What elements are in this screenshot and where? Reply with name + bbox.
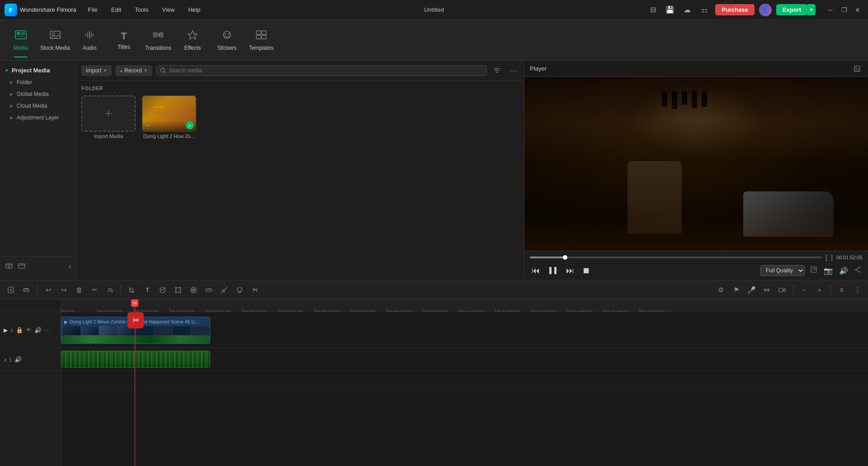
link-button[interactable] — [20, 284, 33, 296]
svg-marker-10 — [188, 31, 197, 39]
media-panel: Import ▼ ● Record ▼ — [77, 61, 524, 280]
import-button[interactable]: Import ▼ — [81, 65, 112, 76]
multi-cam-button[interactable] — [776, 284, 788, 296]
stabilize-icon — [205, 286, 212, 294]
toolbar: Media Stock Media Audio T Titles — [0, 20, 868, 61]
track-eye-button[interactable]: 👁 — [26, 327, 32, 333]
quality-select[interactable]: Full Quality 1/2 Quality 1/4 Quality — [760, 265, 805, 276]
menu-edit[interactable]: Edit — [108, 5, 124, 15]
more-options-button[interactable]: ⋯ — [507, 64, 519, 77]
delete-button[interactable]: 🗑 — [73, 284, 85, 296]
cloud-icon[interactable]: ☁ — [681, 4, 693, 16]
toolbar-audio[interactable]: Audio — [73, 22, 106, 58]
sidebar-project-media[interactable]: ▼ Project Media — [0, 64, 76, 76]
purchase-button[interactable]: Purchase — [715, 4, 755, 15]
settings-button[interactable]: ⚙ — [714, 284, 727, 296]
crop-icon — [128, 286, 136, 294]
minimize-button[interactable]: ─ — [825, 4, 836, 16]
toolbar-effects[interactable]: Effects — [176, 22, 209, 58]
video-clip-item[interactable]: ✓ 🎬 Dying Light 2 How Zo... — [142, 95, 196, 139]
search-box[interactable] — [156, 65, 487, 76]
add-track-icon — [7, 286, 14, 294]
progress-bar[interactable] — [530, 257, 822, 258]
playhead-head[interactable]: ✂ — [131, 300, 138, 307]
freeze-button[interactable] — [187, 284, 200, 296]
folder-button[interactable] — [16, 260, 27, 273]
text-button[interactable]: T — [141, 284, 154, 296]
toolbar-templates[interactable]: Templates — [245, 22, 278, 58]
stabilize-button[interactable] — [203, 284, 215, 296]
marker-button[interactable]: ⚑ — [730, 284, 742, 296]
audio-clip-timeline[interactable] — [61, 351, 210, 368]
video-clip-thumb[interactable]: ✓ 🎬 — [142, 95, 196, 132]
player-settings-button[interactable] — [852, 63, 863, 74]
sidebar-folder[interactable]: ▶ Folder — [0, 76, 76, 88]
cut-scene-button[interactable] — [218, 284, 231, 296]
redo-button[interactable]: ↪ — [57, 284, 70, 296]
menu-help[interactable]: Help — [185, 5, 203, 15]
filter-icon — [493, 67, 500, 74]
track-more-button[interactable]: ⋯ — [44, 327, 50, 333]
play-pause-button[interactable] — [546, 264, 560, 277]
add-track-button[interactable] — [5, 284, 17, 296]
more-timeline-button[interactable]: ⋮ — [851, 284, 863, 296]
record-button[interactable]: ● Record ▼ — [115, 65, 152, 76]
rewind-button[interactable]: ⏮ — [530, 264, 542, 277]
close-button[interactable]: ✕ — [852, 4, 863, 16]
cut-button[interactable]: ✂ — [88, 284, 101, 296]
more-player-button[interactable] — [854, 265, 863, 276]
undo-button[interactable]: ↩ — [42, 284, 55, 296]
toolbar-stock-media[interactable]: Stock Media — [39, 22, 71, 58]
mark-in-bracket[interactable]: [ — [826, 254, 827, 261]
zoom-out-button[interactable]: − — [798, 284, 811, 296]
import-media-thumb[interactable]: + — [81, 95, 136, 132]
color-button[interactable] — [233, 284, 246, 296]
maximize-button[interactable]: ❐ — [838, 4, 850, 16]
transform-button[interactable] — [172, 284, 184, 296]
layout-icon[interactable]: ⊟ — [646, 4, 659, 16]
list-view-button[interactable]: ≡ — [835, 284, 848, 296]
sidebar-global-media[interactable]: ▶ Global Media — [0, 88, 76, 100]
export-dropdown-button[interactable]: ▼ — [807, 4, 816, 15]
progress-thumb[interactable] — [563, 255, 567, 260]
forward-button[interactable]: ⏭ — [564, 264, 576, 277]
sidebar-cloud-media[interactable]: ▶ Cloud Media — [0, 100, 76, 112]
toolbar-media[interactable]: Media — [5, 22, 37, 58]
voiceover-button[interactable]: 🎤 — [745, 284, 758, 296]
screen-size-button[interactable] — [809, 265, 818, 276]
search-input[interactable] — [169, 67, 483, 74]
audio-track-mute-button[interactable]: 🔊 — [14, 356, 22, 363]
mark-out-bracket[interactable]: ] — [831, 254, 833, 261]
save-icon[interactable]: 💾 — [664, 4, 676, 16]
speed-button[interactable] — [156, 284, 169, 296]
track-volume-button[interactable]: 🔊 — [34, 327, 42, 333]
app-logo-icon[interactable]: F — [5, 4, 17, 16]
zoom-in-button[interactable]: + — [813, 284, 826, 296]
user-avatar[interactable]: 👤 — [759, 4, 772, 16]
grid-icon[interactable]: ⚏ — [698, 4, 711, 16]
audio-effect-button[interactable] — [249, 284, 261, 296]
toolbar-stickers[interactable]: Stickers — [211, 22, 243, 58]
player-btn-row: ⏮ ⏭ ⏹ Full Quality 1/2 Quality 1/4 Quali… — [530, 264, 863, 277]
ripple-button[interactable] — [760, 284, 773, 296]
screenshot-button[interactable]: 📷 — [823, 266, 834, 276]
add-folder-button[interactable] — [4, 260, 14, 273]
transitions-icon — [152, 29, 165, 43]
track-lock-button[interactable]: 🔒 — [16, 327, 23, 333]
video-track-icon: ▶ — [4, 327, 8, 333]
menu-view[interactable]: View — [159, 5, 177, 15]
toolbar-titles[interactable]: T Titles — [108, 22, 140, 58]
export-button[interactable]: Export — [776, 4, 807, 15]
import-media-item[interactable]: + Import Media — [81, 95, 136, 139]
menu-file[interactable]: File — [85, 5, 100, 15]
collapse-panel-button[interactable]: ‹ — [67, 260, 73, 273]
menu-tools[interactable]: Tools — [132, 5, 151, 15]
volume-button[interactable]: 🔊 — [838, 266, 849, 276]
svg-text:F: F — [9, 7, 12, 14]
audio-detach-button[interactable] — [104, 284, 116, 296]
sidebar-adjustment-layer[interactable]: ▶ Adjustment Layer — [0, 112, 76, 124]
filter-button[interactable] — [491, 64, 503, 77]
crop-button[interactable] — [126, 284, 138, 296]
toolbar-transitions[interactable]: Transitions — [142, 22, 175, 58]
stop-button[interactable]: ⏹ — [580, 264, 592, 277]
